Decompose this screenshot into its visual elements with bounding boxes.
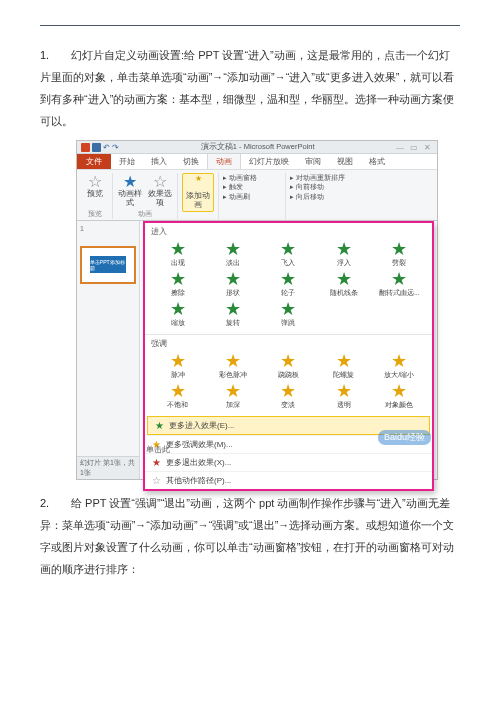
- enter-item[interactable]: ★浮入: [317, 240, 370, 268]
- ppt-screenshot: ↶ ↷ 演示文稿1 - Microsoft PowerPoint — ▭ ✕ 文…: [76, 140, 438, 480]
- enter-item[interactable]: ★翻转式由远...: [373, 270, 426, 298]
- tab-review[interactable]: 审阅: [297, 154, 329, 169]
- step-2-number: 2.: [40, 492, 68, 514]
- enter-item[interactable]: ★缩放: [151, 300, 204, 328]
- emph-item[interactable]: ★放大/缩小: [373, 352, 426, 380]
- preview-label: 预览: [87, 190, 103, 199]
- ss-body: 1 单击PPT添加标题 幻灯片 第1张，共1张 进入 ★出现 ★淡出 ★飞入 ★…: [77, 221, 437, 479]
- emph-item[interactable]: ★彩色脉冲: [206, 352, 259, 380]
- step-1-text: 幻灯片自定义动画设置:给 PPT 设置“进入”动画，这是最常用的，点击一个幻灯片…: [40, 49, 454, 127]
- ribbon-group-anim: ★ 动画样式 ☆ 效果选项 动画: [115, 173, 178, 219]
- emph-item[interactable]: ★跷跷板: [262, 352, 315, 380]
- adv-brush[interactable]: ▸ 动画刷: [223, 192, 257, 201]
- more-path-label: 其他动作路径(P)...: [166, 475, 231, 486]
- tab-trans[interactable]: 切换: [175, 154, 207, 169]
- step-2-text: 给 PPT 设置“强调”“退出”动画，这两个 ppt 动画制作操作步骤与“进入”…: [40, 497, 454, 575]
- slide-panel: 1 单击PPT添加标题 幻灯片 第1张，共1张: [77, 221, 140, 479]
- step-1: 1. 幻灯片自定义动画设置:给 PPT 设置“进入”动画，这是最常用的，点击一个…: [40, 44, 460, 132]
- slide-thumb-title: 单击PPT添加标题: [90, 256, 126, 273]
- star-icon: ★: [154, 420, 164, 431]
- emph-item[interactable]: ★变淡: [262, 382, 315, 410]
- gallery-emph-grid: ★脉冲 ★彩色脉冲 ★跷跷板 ★陀螺旋 ★放大/缩小 ★不饱和 ★加深 ★变淡 …: [145, 350, 432, 416]
- ribbon-tabs: 文件 开始 插入 切换 动画 幻灯片放映 审阅 视图 格式: [77, 154, 437, 170]
- tab-show[interactable]: 幻灯片放映: [241, 154, 297, 169]
- slide-thumb-1[interactable]: 单击PPT添加标题: [80, 246, 136, 284]
- ribbon-group-timing: ▸ 对动画重新排序 ▸ 向前移动 ▸ 向后移动: [288, 173, 364, 219]
- add-anim-button[interactable]: ★ 添加动画: [182, 173, 214, 212]
- undo-icon[interactable]: ↶: [103, 143, 110, 152]
- enter-item[interactable]: ★擦除: [151, 270, 204, 298]
- emph-item[interactable]: ★陀螺旋: [317, 352, 370, 380]
- enter-item[interactable]: ★弹跳: [262, 300, 315, 328]
- more-path[interactable]: ☆ 其他动作路径(P)...: [145, 471, 432, 489]
- effect-opts-button[interactable]: ☆ 效果选项: [147, 173, 173, 208]
- emph-item[interactable]: ★不饱和: [151, 382, 204, 410]
- preview-button[interactable]: ☆ 预览: [82, 173, 108, 199]
- enter-item[interactable]: ★飞入: [262, 240, 315, 268]
- enter-item[interactable]: ★随机线条: [317, 270, 370, 298]
- enter-item[interactable]: ★旋转: [206, 300, 259, 328]
- tab-insert[interactable]: 插入: [143, 154, 175, 169]
- title-bar: ↶ ↷ 演示文稿1 - Microsoft PowerPoint — ▭ ✕: [77, 141, 437, 154]
- window-controls[interactable]: — ▭ ✕: [396, 143, 433, 152]
- more-exit[interactable]: ★ 更多退出效果(X)...: [145, 453, 432, 471]
- star-icon: ★: [151, 457, 161, 468]
- anim-style-label: 动画样式: [117, 190, 143, 208]
- app-icon: [81, 143, 90, 152]
- step-1-number: 1.: [40, 44, 68, 66]
- effect-opts-label: 效果选项: [147, 190, 173, 208]
- adv-trigger[interactable]: ▸ 触发: [223, 182, 257, 191]
- timing-prev[interactable]: ▸ 向前移动: [290, 182, 345, 191]
- timing-reorder[interactable]: ▸ 对动画重新排序: [290, 173, 345, 182]
- status-bar: 幻灯片 第1张，共1张: [77, 456, 139, 479]
- edit-canvas: 进入 ★出现 ★淡出 ★飞入 ★浮入 ★劈裂 ★擦除 ★形状 ★轮子 ★随机线条…: [140, 221, 437, 479]
- enter-item[interactable]: ★劈裂: [373, 240, 426, 268]
- gallery-section-enter: 进入: [145, 223, 432, 238]
- document-page: 1. 幻灯片自定义动画设置:给 PPT 设置“进入”动画，这是最常用的，点击一个…: [0, 0, 500, 608]
- redo-icon[interactable]: ↷: [112, 143, 119, 152]
- tab-view[interactable]: 视图: [329, 154, 361, 169]
- group-label-preview: 预览: [88, 209, 102, 219]
- anim-gallery[interactable]: 进入 ★出现 ★淡出 ★飞入 ★浮入 ★劈裂 ★擦除 ★形状 ★轮子 ★随机线条…: [143, 221, 434, 491]
- ribbon: ☆ 预览 预览 ★ 动画样式 ☆ 效果选项 动画: [77, 170, 437, 221]
- enter-item[interactable]: ★出现: [151, 240, 204, 268]
- emph-item[interactable]: ★脉冲: [151, 352, 204, 380]
- adv-pane[interactable]: ▸ 动画窗格: [223, 173, 257, 182]
- canvas-footnote: 单击此: [146, 444, 170, 455]
- save-icon[interactable]: [92, 143, 101, 152]
- anim-style-button[interactable]: ★ 动画样式: [117, 173, 143, 208]
- tab-format[interactable]: 格式: [361, 154, 393, 169]
- ribbon-group-preview: ☆ 预览 预览: [80, 173, 113, 219]
- add-anim-label: 添加动画: [185, 192, 211, 210]
- enter-item[interactable]: ★形状: [206, 270, 259, 298]
- watermark: Baidu经验: [378, 430, 431, 445]
- emph-item[interactable]: ★加深: [206, 382, 259, 410]
- gallery-section-emph: 强调: [145, 335, 432, 350]
- ribbon-group-add: ★ 添加动画: [180, 173, 219, 219]
- enter-item[interactable]: ★淡出: [206, 240, 259, 268]
- emph-item[interactable]: ★透明: [317, 382, 370, 410]
- gallery-enter-grid: ★出现 ★淡出 ★飞入 ★浮入 ★劈裂 ★擦除 ★形状 ★轮子 ★随机线条 ★翻…: [145, 238, 432, 334]
- ribbon-group-advanced: ▸ 动画窗格 ▸ 触发 ▸ 动画刷: [221, 173, 286, 219]
- step-2: 2. 给 PPT 设置“强调”“退出”动画，这两个 ppt 动画制作操作步骤与“…: [40, 492, 460, 580]
- more-exit-label: 更多退出效果(X)...: [166, 457, 231, 468]
- more-emph-label: 更多强调效果(M)...: [166, 439, 233, 450]
- tab-file[interactable]: 文件: [77, 154, 111, 169]
- tab-home[interactable]: 开始: [111, 154, 143, 169]
- tab-anim[interactable]: 动画: [207, 154, 241, 169]
- timing-next[interactable]: ▸ 向后移动: [290, 192, 345, 201]
- emph-item[interactable]: ★对象颜色: [373, 382, 426, 410]
- top-rule: [40, 25, 460, 26]
- star-icon: ☆: [151, 475, 161, 486]
- more-enter-label: 更多进入效果(E)...: [169, 420, 234, 431]
- window-title: 演示文稿1 - Microsoft PowerPoint: [119, 142, 396, 152]
- group-label-anim: 动画: [138, 209, 152, 219]
- enter-item[interactable]: ★轮子: [262, 270, 315, 298]
